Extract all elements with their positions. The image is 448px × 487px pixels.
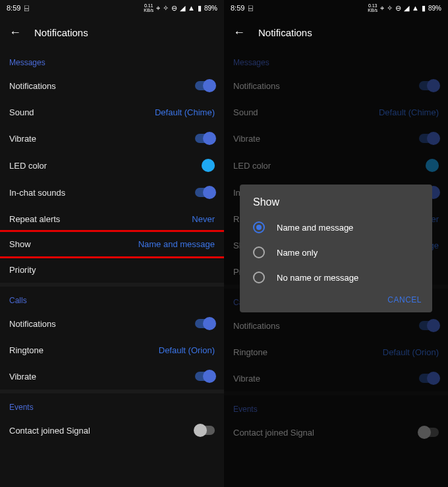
toggle-inchat[interactable] — [195, 188, 215, 197]
toggle-call-notifications[interactable] — [195, 319, 215, 328]
screen-right: 8:59 ⌸ 0.13KB/s ⌖ ✧ ⊖ ◢ ▲ ▮ 89% ← Notifi… — [224, 0, 448, 487]
row-sound[interactable]: Sound Default (Chime) — [0, 99, 224, 125]
back-icon[interactable]: ← — [233, 26, 245, 40]
cast-icon: ⌸ — [24, 4, 29, 12]
screen-left: 8:59 ⌸ 0.11KB/s ⌖ ✧ ⊖ ◢ ▲ ▮ 89% ← Notifi… — [0, 0, 224, 487]
row-ringtone[interactable]: Ringtone Default (Orion) — [0, 337, 224, 363]
toggle-contact-joined[interactable] — [195, 426, 215, 435]
radio-option-0[interactable]: Name and message — [240, 215, 432, 240]
wifi-icon: ◢ — [180, 5, 185, 12]
section-events: Events — [0, 393, 224, 417]
battery-icon: ▮ — [422, 5, 426, 12]
toggle-call-vibrate[interactable] — [195, 372, 215, 381]
vibrate-icon: ✧ — [387, 5, 393, 12]
row-led[interactable]: LED color — [0, 152, 224, 179]
app-bar: ← Notifications — [224, 16, 448, 49]
battery-icon: ▮ — [198, 5, 202, 12]
cast-icon: ⌸ — [248, 4, 253, 12]
led-color-dot — [202, 159, 215, 172]
radio-icon[interactable] — [253, 221, 265, 233]
app-bar: ← Notifications — [0, 16, 224, 49]
row-vibrate[interactable]: Vibrate — [0, 125, 224, 152]
row-priority[interactable]: Priority — [0, 256, 224, 283]
status-time: 8:59 — [7, 4, 20, 12]
dnd-icon: ⊖ — [395, 5, 401, 12]
section-calls: Calls — [0, 287, 224, 310]
radio-option-2[interactable]: No name or message — [240, 265, 432, 290]
row-inchat[interactable]: In-chat sounds — [0, 179, 224, 206]
row-notifications[interactable]: Notifications — [0, 72, 224, 99]
signal-icon: ▲ — [188, 5, 195, 12]
row-call-vibrate[interactable]: Vibrate — [0, 363, 224, 389]
row-repeat[interactable]: Repeat alerts Never — [0, 206, 224, 232]
battery-pct: 89% — [204, 5, 217, 12]
status-bar: 8:59 ⌸ 0.13KB/s ⌖ ✧ ⊖ ◢ ▲ ▮ 89% — [224, 0, 448, 16]
dialog-show: Show Name and message Name only No name … — [240, 185, 432, 312]
dialog-title: Show — [240, 196, 432, 215]
row-show[interactable]: Show Name and message — [0, 230, 224, 258]
location-icon: ⌖ — [380, 5, 384, 12]
signal-icon: ▲ — [412, 5, 419, 12]
section-messages: Messages — [0, 49, 224, 72]
cancel-button[interactable]: CANCEL — [387, 295, 422, 304]
radio-icon[interactable] — [253, 272, 265, 283]
row-call-notifications[interactable]: Notifications — [0, 310, 224, 337]
row-contact-joined[interactable]: Contact joined Signal — [0, 417, 224, 444]
radio-icon[interactable] — [253, 246, 265, 258]
radio-option-1[interactable]: Name only — [240, 240, 432, 265]
toggle-notifications[interactable] — [195, 81, 215, 90]
vibrate-icon: ✧ — [163, 5, 169, 12]
toggle-vibrate[interactable] — [195, 134, 215, 143]
status-bar: 8:59 ⌸ 0.11KB/s ⌖ ✧ ⊖ ◢ ▲ ▮ 89% — [0, 0, 224, 16]
wifi-icon: ◢ — [404, 5, 409, 12]
back-icon[interactable]: ← — [9, 26, 21, 40]
page-title: Notifications — [34, 27, 88, 38]
dnd-icon: ⊖ — [171, 5, 177, 12]
location-icon: ⌖ — [156, 5, 160, 12]
